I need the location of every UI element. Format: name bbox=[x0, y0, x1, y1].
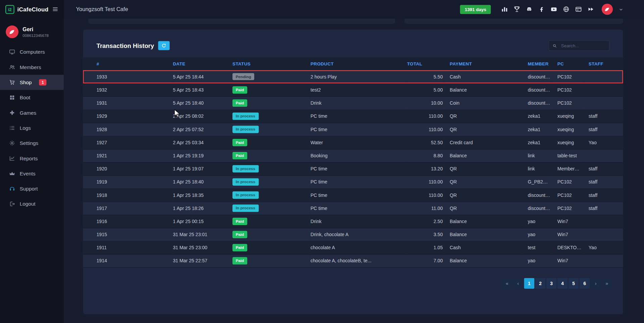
page-2-button[interactable]: 2 bbox=[535, 278, 546, 289]
license-icon[interactable] bbox=[575, 6, 582, 13]
table-row[interactable]: 19171 Apr 25 18:26In processPC time11.00… bbox=[83, 202, 623, 215]
cell-product: PC time bbox=[310, 175, 407, 189]
search-input[interactable] bbox=[560, 43, 606, 48]
page-4-button[interactable]: 4 bbox=[557, 278, 568, 289]
cell-staff bbox=[582, 228, 623, 241]
table-row[interactable]: 19272 Apr 25 03:34PaidWater52.50Credit c… bbox=[83, 136, 623, 149]
sidebar-item-logs[interactable]: Logs bbox=[0, 120, 64, 136]
sidebar-avatar-icon bbox=[5, 25, 19, 39]
monitor-icon bbox=[9, 49, 15, 55]
trophy-icon[interactable] bbox=[514, 6, 521, 13]
table-row[interactable]: 191131 Mar 25 23:00Paidchocolate A1.05Ca… bbox=[83, 241, 623, 254]
cell-date: 5 Apr 25 18:44 bbox=[172, 70, 232, 83]
chart-icon[interactable] bbox=[501, 6, 508, 13]
user-avatar-icon[interactable] bbox=[601, 3, 613, 15]
sidebar-item-label: Logs bbox=[20, 125, 31, 131]
page-5-button[interactable]: 5 bbox=[569, 278, 579, 289]
svg-text:i2: i2 bbox=[8, 7, 11, 12]
cell-product: chocolate A, chocolateB, te... bbox=[310, 254, 407, 267]
days-badge[interactable]: 1391 days bbox=[460, 5, 491, 14]
topbar: i2 iCafeCloud Youngzsoft Test Cafe 1391 … bbox=[0, 0, 644, 18]
topbar-right: 1391 days bbox=[460, 3, 644, 15]
cell-id: 1914 bbox=[83, 254, 172, 267]
cell-status: Paid bbox=[232, 254, 310, 267]
cell-payment: Balance bbox=[443, 149, 522, 162]
cell-product: PC time bbox=[310, 202, 407, 215]
table-row[interactable]: 19325 Apr 25 18:43Paidtest25.00Balancedi… bbox=[83, 84, 623, 97]
table-row[interactable]: 19161 Apr 25 00:15PaidDrink2.50Balanceya… bbox=[83, 215, 623, 228]
cell-total: 8.80 bbox=[407, 149, 443, 162]
page-1-button[interactable]: 1 bbox=[524, 278, 534, 289]
sidebar-item-support[interactable]: Support bbox=[0, 181, 64, 196]
cell-pc: PC102 bbox=[551, 202, 582, 215]
cell-member: test bbox=[522, 241, 551, 254]
column-header-id: # bbox=[83, 57, 172, 70]
cell-total: 2.50 bbox=[407, 215, 443, 228]
table-row[interactable]: 19181 Apr 25 18:35In processPC time110.0… bbox=[83, 189, 623, 202]
sidebar-item-computers[interactable]: Computers bbox=[0, 44, 64, 59]
cell-total: 52.50 bbox=[407, 136, 443, 149]
page-next-button[interactable]: › bbox=[591, 278, 601, 289]
cell-staff: Yao bbox=[582, 241, 623, 254]
table-row[interactable]: 191431 Mar 25 22:57Paidchocolate A, choc… bbox=[83, 254, 623, 267]
sidebar-item-games[interactable]: Games bbox=[0, 105, 64, 120]
cell-product: Drink, chocolate A bbox=[310, 228, 407, 241]
table-row[interactable]: 19191 Apr 25 18:40In processPC time110.0… bbox=[83, 175, 623, 189]
status-badge: Paid bbox=[232, 231, 247, 238]
cell-total: 110.00 bbox=[407, 123, 443, 136]
globe-icon[interactable] bbox=[563, 6, 570, 13]
status-badge: In process bbox=[232, 192, 259, 199]
status-badge: Paid bbox=[232, 87, 247, 94]
page-prev-button[interactable]: ‹ bbox=[513, 278, 523, 289]
cell-member: discounttest bbox=[522, 70, 551, 83]
cell-staff: staff bbox=[582, 162, 623, 175]
table-row[interactable]: 19201 Apr 25 19:07In processPC time13.20… bbox=[83, 162, 623, 175]
facebook-icon[interactable] bbox=[538, 6, 545, 13]
sidebar-item-label: Members bbox=[20, 64, 41, 70]
cell-product: Drink bbox=[310, 215, 407, 228]
user-id: 008612345678 bbox=[22, 33, 49, 38]
cell-date: 2 Apr 25 07:52 bbox=[172, 123, 232, 136]
sidebar-item-shop[interactable]: Shop1 bbox=[0, 75, 64, 90]
sidebar-item-logout[interactable]: Logout bbox=[0, 196, 64, 211]
table-row[interactable]: 19292 Apr 25 08:02In processPC time110.0… bbox=[83, 110, 623, 123]
cell-date: 1 Apr 25 19:19 bbox=[172, 149, 232, 162]
cell-date: 31 Mar 25 23:01 bbox=[172, 228, 232, 241]
page-3-button[interactable]: 3 bbox=[546, 278, 557, 289]
cell-member: discounttest bbox=[522, 84, 551, 97]
cell-total: 1.05 bbox=[407, 241, 443, 254]
sidebar-item-boot[interactable]: Boot bbox=[0, 90, 64, 105]
cell-payment: QR bbox=[443, 202, 522, 215]
cell-payment: Cash bbox=[443, 70, 522, 83]
cell-date: 1 Apr 25 18:26 bbox=[172, 202, 232, 215]
status-badge: In process bbox=[232, 205, 259, 212]
sidebar-item-members[interactable]: Members bbox=[0, 60, 64, 75]
refresh-button[interactable] bbox=[158, 41, 169, 50]
table-row[interactable]: 19315 Apr 25 18:40PaidDrink10.00Coindisc… bbox=[83, 97, 623, 110]
table-row[interactable]: 19335 Apr 25 18:44Pending2 hours Play5.5… bbox=[83, 70, 623, 83]
table-row[interactable]: 191531 Mar 25 23:01PaidDrink, chocolate … bbox=[83, 228, 623, 241]
cell-member: yao bbox=[522, 228, 551, 241]
apps-icon[interactable] bbox=[587, 6, 594, 13]
page-first-button[interactable]: « bbox=[502, 278, 512, 289]
cell-payment: Balance bbox=[443, 84, 522, 97]
cell-pc: PC102 bbox=[551, 70, 582, 83]
cell-product: Drink bbox=[310, 97, 407, 110]
cell-status: Paid bbox=[232, 97, 310, 110]
chevron-down-icon[interactable] bbox=[619, 7, 624, 12]
cell-staff bbox=[582, 149, 623, 162]
discord-icon[interactable] bbox=[526, 6, 533, 13]
page-6-button[interactable]: 6 bbox=[580, 278, 590, 289]
sidebar-item-reports[interactable]: Reports bbox=[0, 151, 64, 166]
table-row[interactable]: 19211 Apr 25 19:19PaidBooking8.80Balance… bbox=[83, 149, 623, 162]
cell-date: 2 Apr 25 03:34 bbox=[172, 136, 232, 149]
youtube-icon[interactable] bbox=[550, 6, 557, 13]
cell-pc: PC102 bbox=[551, 84, 582, 97]
sidebar-item-events[interactable]: Events bbox=[0, 166, 64, 181]
menu-toggle-icon[interactable] bbox=[52, 6, 59, 13]
page-last-button[interactable]: » bbox=[602, 278, 612, 289]
cell-status: Paid bbox=[232, 215, 310, 228]
table-row[interactable]: 19282 Apr 25 07:52In processPC time110.0… bbox=[83, 123, 623, 136]
sidebar-item-settings[interactable]: Settings bbox=[0, 136, 64, 151]
cell-pc: Win7 bbox=[551, 215, 582, 228]
